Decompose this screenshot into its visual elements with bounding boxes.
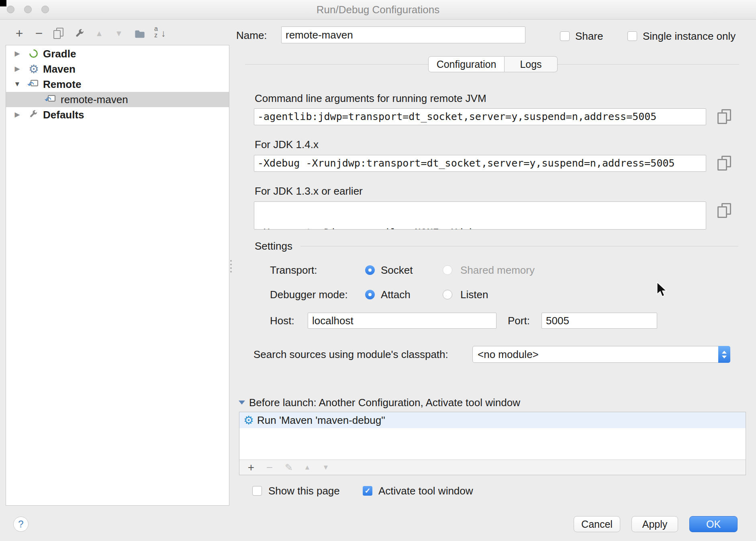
splitter-handle[interactable] — [229, 260, 233, 273]
tree-item-label: Maven — [43, 61, 76, 77]
port-input[interactable] — [541, 313, 657, 329]
jdk13-label: For JDK 1.3.x or earlier — [255, 185, 363, 197]
settings-section-label: Settings — [255, 240, 292, 252]
transport-socket-radio[interactable] — [365, 265, 375, 275]
sort-letter-a: a — [154, 26, 158, 32]
share-checkbox[interactable] — [560, 31, 570, 41]
title-bar: Run/Debug Configurations — [0, 0, 756, 20]
transport-shared-memory-label: Shared memory — [460, 264, 535, 277]
name-label: Name: — [236, 29, 267, 42]
wrench-icon — [74, 29, 85, 39]
copy-to-clipboard-icon[interactable] — [717, 109, 731, 124]
chevron-right-icon[interactable]: ▶ — [13, 46, 21, 61]
chevron-down-icon[interactable]: ▼ — [13, 77, 21, 92]
name-input[interactable] — [281, 26, 525, 43]
cancel-button[interactable]: Cancel — [574, 516, 620, 532]
debugger-attach-label[interactable]: Attach — [381, 289, 411, 301]
chevron-up-icon — [722, 351, 727, 354]
tree-item-label: Defaults — [43, 107, 84, 122]
configurations-tree: ▶ Gradle ▶ ⚙ Maven ▼ ↶ Remote ↶ remote-m… — [6, 45, 229, 506]
tree-item-gradle[interactable]: ▶ Gradle — [6, 46, 229, 61]
remove-task-button[interactable]: − — [263, 460, 276, 475]
transport-shared-memory-radio[interactable] — [443, 265, 452, 275]
before-launch-toolbar: + − ✎ ▲ ▼ — [239, 460, 746, 475]
classpath-label: Search sources using module's classpath: — [253, 348, 448, 361]
jdk13-line1: -Xnoagent -Djava.compiler=NONE -Xdebug — [257, 226, 703, 230]
copy-to-clipboard-icon[interactable] — [717, 203, 731, 218]
move-down-button[interactable]: ▼ — [112, 26, 126, 40]
zoom-button[interactable] — [41, 6, 49, 13]
create-folder-button[interactable] — [133, 26, 147, 40]
ok-button[interactable]: OK — [689, 516, 738, 532]
before-launch-task-label: Run 'Maven 'maven-debug'' — [257, 412, 385, 428]
single-instance-checkbox[interactable] — [627, 31, 637, 41]
host-input[interactable] — [308, 313, 497, 329]
copy-configuration-button[interactable] — [51, 26, 66, 40]
move-up-button[interactable]: ▲ — [92, 26, 106, 40]
transport-socket-label[interactable]: Socket — [381, 264, 413, 277]
show-this-page-label[interactable]: Show this page — [268, 485, 340, 497]
run-configuration-gear-icon: ⚙ — [243, 412, 254, 428]
chevron-right-icon[interactable]: ▶ — [13, 61, 21, 77]
wrench-icon — [29, 110, 38, 120]
sort-arrow: ↓ — [161, 28, 166, 39]
sort-configurations-button[interactable]: a z ↓ — [153, 26, 167, 40]
remote-icon: ↶ — [45, 95, 55, 103]
edit-task-button[interactable]: ✎ — [282, 460, 296, 475]
tree-item-remote[interactable]: ▼ ↶ Remote — [6, 77, 229, 92]
single-instance-label: Single instance only — [643, 30, 736, 43]
tab-logs[interactable]: Logs — [505, 56, 558, 72]
module-classpath-value: <no module> — [478, 346, 539, 362]
share-label: Share — [575, 30, 603, 43]
move-task-up-button[interactable]: ▲ — [300, 460, 314, 475]
remove-configuration-button[interactable]: − — [32, 26, 46, 40]
screen-corner-artifact — [0, 0, 6, 6]
apply-button[interactable]: Apply — [631, 516, 678, 532]
jdk14-label: For JDK 1.4.x — [255, 138, 319, 151]
chevron-right-icon[interactable]: ▶ — [13, 107, 21, 122]
debugger-listen-label[interactable]: Listen — [460, 289, 488, 301]
select-stepper-icon[interactable] — [718, 346, 730, 363]
debugger-attach-radio[interactable] — [365, 290, 375, 299]
chevron-down-icon — [722, 356, 727, 358]
tree-item-label: Gradle — [43, 46, 76, 61]
copy-to-clipboard-icon[interactable] — [717, 156, 731, 171]
gradle-icon — [28, 48, 40, 60]
folder-icon — [134, 29, 145, 39]
before-launch-panel: ⚙ Run 'Maven 'maven-debug'' + − ✎ ▲ ▼ — [239, 412, 746, 475]
tree-item-label: Remote — [43, 77, 81, 92]
tree-item-maven[interactable]: ▶ ⚙ Maven — [6, 61, 229, 77]
before-launch-task-row[interactable]: ⚙ Run 'Maven 'maven-debug'' — [239, 412, 746, 428]
show-this-page-checkbox[interactable] — [252, 486, 262, 496]
add-task-button[interactable]: + — [244, 460, 258, 475]
activate-tool-window-checkbox[interactable] — [363, 486, 372, 496]
before-launch-title: Before launch: Another Configuration, Ac… — [249, 397, 520, 409]
debugger-listen-radio[interactable] — [443, 290, 452, 299]
tree-item-defaults[interactable]: ▶ Defaults — [6, 107, 229, 122]
edit-defaults-button[interactable] — [72, 26, 87, 40]
tab-configuration[interactable]: Configuration — [428, 56, 505, 72]
maven-icon: ⚙ — [29, 61, 39, 77]
module-classpath-select[interactable]: <no module> — [472, 346, 730, 363]
cmd-args-label: Command line arguments for running remot… — [255, 92, 486, 105]
activate-tool-window-label[interactable]: Activate tool window — [378, 485, 473, 497]
mouse-cursor — [656, 282, 669, 299]
before-launch-collapse-icon[interactable] — [239, 401, 245, 405]
transport-label: Transport: — [270, 264, 317, 277]
remote-icon: ↶ — [28, 80, 38, 88]
port-label: Port: — [508, 315, 530, 327]
copy-icon — [53, 28, 64, 39]
tree-item-remote-maven[interactable]: ↶ remote-maven — [6, 92, 229, 107]
move-task-down-button[interactable]: ▼ — [319, 460, 333, 475]
close-button[interactable] — [7, 6, 14, 13]
jdk13-field[interactable]: -Xnoagent -Djava.compiler=NONE -Xdebug -… — [254, 201, 706, 230]
help-button[interactable]: ? — [13, 517, 29, 532]
jdk14-field[interactable]: -Xdebug -Xrunjdwp:transport=dt_socket,se… — [254, 155, 706, 172]
remote-arrow: ↶ — [27, 81, 34, 89]
debugger-mode-label: Debugger mode: — [270, 289, 348, 301]
sort-az-icon: a z ↓ — [154, 27, 166, 39]
add-configuration-button[interactable]: + — [12, 26, 27, 40]
window-title: Run/Debug Configurations — [0, 0, 756, 19]
minimize-button[interactable] — [24, 6, 32, 13]
cmd-args-field[interactable]: -agentlib:jdwp=transport=dt_socket,serve… — [254, 108, 706, 125]
